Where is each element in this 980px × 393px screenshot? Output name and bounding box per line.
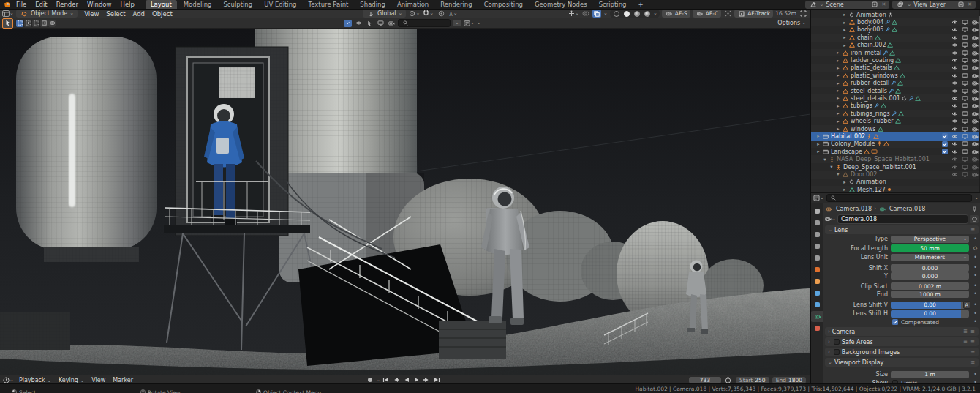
search-input[interactable] bbox=[398, 19, 451, 27]
shading-solid-icon[interactable] bbox=[622, 10, 631, 18]
jump-to-start-button[interactable] bbox=[382, 376, 391, 383]
outliner-item[interactable]: ▸tubings_rings bbox=[811, 110, 980, 117]
lens-shift-v-slider[interactable]: 0.00A bbox=[891, 302, 969, 309]
expand-arrow-icon[interactable]: ▸ bbox=[815, 133, 821, 139]
expand-arrow-icon[interactable]: ▸ bbox=[835, 88, 841, 94]
menu-render[interactable]: Render bbox=[52, 1, 83, 8]
properties-tab-object[interactable] bbox=[811, 276, 823, 287]
expand-arrow-icon[interactable]: ▸ bbox=[842, 179, 848, 185]
workspace-tab-layout[interactable]: Layout bbox=[146, 0, 177, 9]
expand-arrow-icon[interactable]: ▸ bbox=[842, 34, 848, 40]
workspace-tab-shading[interactable]: Shading bbox=[355, 0, 391, 9]
expand-arrow-icon[interactable]: ▸ bbox=[842, 187, 848, 192]
properties-tab-world[interactable] bbox=[811, 264, 823, 275]
workspace-tab-uv-editing[interactable]: UV Editing bbox=[259, 0, 301, 9]
transform-orientation-dropdown[interactable]: Global ⌄ bbox=[363, 10, 406, 18]
options-dropdown[interactable]: Options ⌄ bbox=[777, 20, 806, 26]
pin-icon[interactable] bbox=[970, 205, 979, 213]
use-preview-range-icon[interactable] bbox=[724, 376, 733, 384]
af-s-button[interactable]: AF-S bbox=[662, 10, 690, 18]
expand-arrow-icon[interactable]: ▸ bbox=[835, 72, 841, 78]
size-field[interactable]: 1 m bbox=[891, 371, 969, 378]
panel-background-images[interactable]: ›Background Images≡ bbox=[825, 348, 979, 356]
shading-rendered-icon[interactable] bbox=[643, 10, 652, 18]
filter-viewport-icon[interactable] bbox=[376, 19, 385, 27]
breadcrumb-data[interactable]: Camera.018 bbox=[889, 206, 925, 212]
filter-eye-icon[interactable] bbox=[354, 19, 363, 27]
frame-end-field[interactable]: End1800 bbox=[772, 377, 806, 383]
record-button[interactable] bbox=[366, 376, 374, 383]
show-gizmo-icon[interactable]: ⌄ bbox=[568, 10, 579, 18]
panel-safe-areas[interactable]: ›Safe Areas≣ ≡ bbox=[825, 337, 979, 346]
outliner-item[interactable]: ▸body.005 bbox=[811, 26, 980, 34]
menu-help[interactable]: Help bbox=[116, 1, 138, 8]
properties-filter-icon[interactable]: ⌄ bbox=[974, 195, 979, 201]
workspace-tab-animation[interactable]: Animation bbox=[392, 0, 434, 9]
overscan-icon[interactable] bbox=[799, 10, 807, 18]
view-layer-selector[interactable]: ⌄ View Layer ✕ bbox=[892, 1, 976, 9]
datablock-name-input[interactable]: Camera.018 bbox=[837, 214, 968, 224]
snap-magnet-icon[interactable]: ⌄ bbox=[423, 10, 434, 18]
collapse-arrow-icon[interactable]: ▾ bbox=[829, 164, 834, 170]
focal-length-slider[interactable]: 50 mm bbox=[891, 244, 969, 252]
expand-arrow-icon[interactable]: ▸ bbox=[835, 95, 841, 101]
select-subtract-icon[interactable] bbox=[32, 20, 39, 27]
outliner-item[interactable]: ▸steel_details.001 bbox=[811, 94, 980, 102]
properties-tab-texture[interactable] bbox=[811, 323, 823, 334]
outliner-item[interactable]: ▸tubings bbox=[811, 102, 980, 110]
shading-material-icon[interactable] bbox=[633, 10, 641, 18]
outliner-item[interactable]: ▸Landscape bbox=[811, 148, 980, 155]
background-images-checkbox[interactable] bbox=[834, 349, 840, 355]
select-extend-icon[interactable] bbox=[24, 20, 31, 27]
filter-cursor-icon[interactable] bbox=[365, 19, 374, 27]
editor-type-icon[interactable]: ⌄ bbox=[2, 10, 14, 18]
outliner-item[interactable]: ▾Door.002 bbox=[811, 171, 980, 178]
current-frame-field[interactable]: 733 bbox=[689, 377, 721, 383]
outliner-item[interactable]: ▸windows bbox=[811, 125, 980, 132]
lens-shift-h-slider[interactable]: 0.00 bbox=[891, 310, 969, 318]
select-set-icon[interactable] bbox=[16, 20, 23, 27]
toggle-xray-icon[interactable] bbox=[592, 10, 601, 18]
properties-tab-view-layer[interactable] bbox=[811, 241, 823, 252]
expand-arrow-icon[interactable]: ▸ bbox=[835, 81, 841, 86]
compensated-checkbox[interactable] bbox=[892, 319, 898, 325]
properties-tab-modifiers[interactable] bbox=[811, 288, 823, 299]
expand-arrow-icon[interactable]: ▸ bbox=[835, 119, 841, 124]
proportional-editing-icon[interactable] bbox=[437, 10, 445, 18]
remove-view-layer-icon[interactable]: ✕ bbox=[968, 2, 972, 7]
properties-search-input[interactable] bbox=[826, 194, 972, 202]
filter-render-icon[interactable] bbox=[387, 19, 396, 27]
shift-x-field[interactable]: 0.000 bbox=[891, 264, 969, 272]
search-dropdown-icon[interactable]: ⌄ bbox=[453, 20, 461, 26]
outliner-item[interactable]: ▸body.004 bbox=[811, 18, 980, 26]
select-invert-icon[interactable] bbox=[40, 20, 48, 27]
new-scene-icon[interactable] bbox=[870, 1, 879, 9]
timeline-menu-marker[interactable]: Marker bbox=[109, 377, 137, 383]
outliner-item[interactable]: ▸steel_details bbox=[811, 87, 980, 94]
expand-arrow-icon[interactable]: ▸ bbox=[842, 27, 848, 33]
expand-arrow-icon[interactable]: ▸ bbox=[842, 20, 848, 26]
expand-arrow-icon[interactable]: ▸ bbox=[835, 126, 841, 132]
auto-button[interactable]: A bbox=[963, 301, 970, 309]
properties-tab-scene[interactable] bbox=[811, 252, 823, 263]
outliner-item[interactable]: ▾Deep_Space_habitat.001 bbox=[811, 163, 980, 171]
filter-selectable-icon[interactable] bbox=[344, 20, 352, 27]
menu-edit[interactable]: Edit bbox=[31, 1, 51, 8]
clip-end-field[interactable]: 1000 m bbox=[891, 291, 969, 298]
shift-y-field[interactable]: 0.000 bbox=[891, 272, 969, 280]
proportional-falloff-icon[interactable]: ∧⌄ bbox=[448, 10, 457, 18]
workspace-tab-geometry-nodes[interactable]: Geometry Nodes bbox=[529, 0, 592, 9]
af-track-button[interactable]: AF-Track bbox=[734, 10, 773, 18]
expand-arrow-icon[interactable]: ▸ bbox=[835, 58, 841, 64]
mode-dropdown[interactable]: Object Mode ⌄ bbox=[16, 10, 78, 18]
scene-selector[interactable]: ⌄ Scene ✕ bbox=[805, 1, 890, 9]
next-keyframe-button[interactable] bbox=[423, 376, 431, 383]
menu-file[interactable]: File bbox=[12, 1, 31, 8]
unlink-scene-icon[interactable]: ✕ bbox=[881, 2, 886, 7]
collapse-arrow-icon[interactable]: ▾ bbox=[822, 157, 828, 162]
panel-list-icon[interactable]: ≣ ≡ bbox=[963, 329, 976, 334]
keyframe-diamond-icon[interactable]: ◇ bbox=[972, 245, 979, 251]
extra-dropdown-icon[interactable]: ⌄ bbox=[477, 20, 481, 26]
viewport-canvas[interactable] bbox=[0, 28, 810, 375]
panel-viewport-display[interactable]: ⌄Viewport Display≡ bbox=[825, 358, 979, 367]
